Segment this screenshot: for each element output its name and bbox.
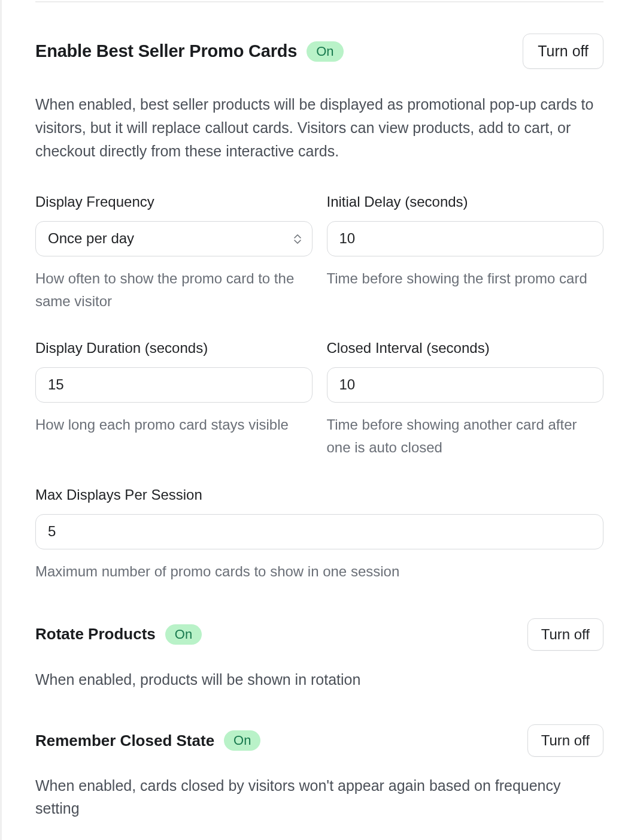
remember-status-badge: On xyxy=(224,730,260,751)
rotate-title: Rotate Products xyxy=(35,625,156,643)
max-displays-label: Max Displays Per Session xyxy=(35,487,603,503)
display-frequency-select[interactable]: Once per day xyxy=(35,221,313,256)
closed-interval-help: Time before showing another card after o… xyxy=(327,413,604,460)
display-duration-input[interactable] xyxy=(35,367,313,403)
rotate-status-badge: On xyxy=(165,624,202,645)
initial-delay-label: Initial Delay (seconds) xyxy=(327,194,604,210)
remember-toggle-button[interactable]: Turn off xyxy=(527,724,603,757)
promo-toggle-button[interactable]: Turn off xyxy=(523,34,603,69)
promo-header: Enable Best Seller Promo Cards On Turn o… xyxy=(35,34,603,69)
remember-title: Remember Closed State xyxy=(35,732,214,750)
closed-interval-input[interactable] xyxy=(327,367,604,403)
display-frequency-help: How often to show the promo card to the … xyxy=(35,267,313,313)
display-frequency-label: Display Frequency xyxy=(35,194,313,210)
initial-delay-input[interactable] xyxy=(327,221,604,256)
promo-description: When enabled, best seller products will … xyxy=(35,93,603,162)
initial-delay-field: Initial Delay (seconds) Time before show… xyxy=(327,194,604,313)
display-duration-field: Display Duration (seconds) How long each… xyxy=(35,340,313,460)
closed-interval-label: Closed Interval (seconds) xyxy=(327,340,604,356)
display-duration-label: Display Duration (seconds) xyxy=(35,340,313,356)
divider-top xyxy=(35,1,603,2)
remember-description: When enabled, cards closed by visitors w… xyxy=(35,775,603,820)
remember-header: Remember Closed State On Turn off xyxy=(35,724,603,757)
rotate-header: Rotate Products On Turn off xyxy=(35,618,603,651)
promo-title: Enable Best Seller Promo Cards xyxy=(35,41,297,61)
max-displays-input[interactable] xyxy=(35,514,603,549)
closed-interval-field: Closed Interval (seconds) Time before sh… xyxy=(327,340,604,460)
max-displays-field: Max Displays Per Session Maximum number … xyxy=(35,487,603,583)
display-duration-help: How long each promo card stays visible xyxy=(35,413,313,436)
rotate-toggle-button[interactable]: Turn off xyxy=(527,618,603,651)
rotate-description: When enabled, products will be shown in … xyxy=(35,669,603,691)
max-displays-help: Maximum number of promo cards to show in… xyxy=(35,560,603,583)
display-frequency-field: Display Frequency Once per day How often… xyxy=(35,194,313,313)
initial-delay-help: Time before showing the first promo card xyxy=(327,267,604,290)
promo-status-badge: On xyxy=(307,41,343,62)
